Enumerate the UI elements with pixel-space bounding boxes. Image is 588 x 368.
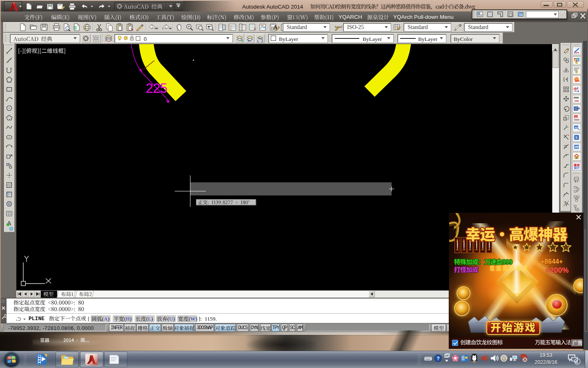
svg-text:1: 1 — [576, 359, 579, 364]
svg-text:设计: 设计 — [574, 166, 580, 169]
svg-text:?: ? — [437, 356, 439, 361]
svg-text:cm: cm — [575, 99, 579, 102]
svg-text:E: E — [577, 87, 579, 90]
svg-text:A2: A2 — [575, 126, 578, 129]
svg-text:mm: mm — [574, 96, 579, 99]
svg-text:SVS: SVS — [574, 52, 579, 54]
svg-text:VRV: VRV — [575, 146, 580, 148]
svg-text:?: ? — [575, 136, 578, 140]
svg-text:A2: A2 — [575, 116, 578, 119]
